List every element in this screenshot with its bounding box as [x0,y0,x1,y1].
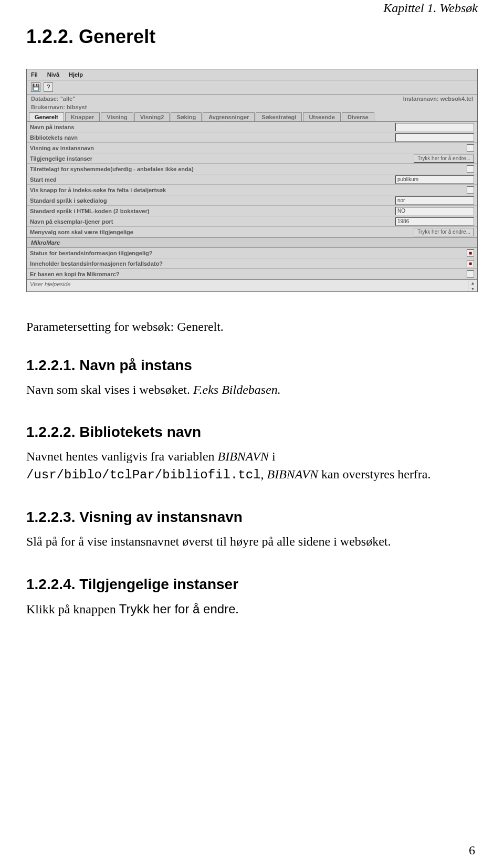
para-1-2-2-4: Klikk på knappen Trykk her for å endre. [26,600,478,619]
page-number: 6 [469,843,475,857]
row-label: Er basen en kopi fra Mikromarc? [30,271,463,277]
menu-fil[interactable]: Fil [31,71,38,78]
row-bibliotekets-navn: Bibliotekets navn [27,132,477,143]
row-visning-instansnavn: Visning av instansnavn [27,143,477,153]
para-1-2-2-1: Navn som skal vises i websøket. F.eks Bi… [26,381,478,399]
sprak-html-input[interactable]: NO [395,207,474,215]
row-sprak-sokedialog: Standard språk i søkedialog nor [27,195,477,206]
page-title: 1.2.2. Generelt [26,26,478,48]
row-tilgjengelige-instanser: Tilgjengelige instanser Trykk her for å … [27,153,477,164]
var-bibnavn: BIBNAVN [218,449,269,463]
form-area: Navn på instans Bibliotekets navn Visnin… [27,121,477,279]
row-label: Status for bestandsinformasjon tilgjenge… [30,250,463,256]
statusbar: Viser hjelpeside ▴ ▾ [27,279,477,291]
visning-instansnavn-check[interactable] [467,144,474,152]
chapter-header: Kapittel 1. Websøk [26,0,478,15]
brukernavn-label: Brukernavn: bibsyst [31,104,87,110]
app-screenshot: Fil Nivå Hjelp 💾 ? Database: "alle" Inst… [26,69,478,292]
example-text: F.eks Bildebasen. [193,383,281,396]
menu-hjelp[interactable]: Hjelp [69,71,83,78]
var-bibnavn-2: BIBNAVN [267,467,318,481]
heading-1-2-2-3: 1.2.2.3. Visning av instansnavn [26,509,478,526]
tab-sokestrategi[interactable]: Søkestrategi [256,112,302,121]
status-message: Viser hjelpeside [27,280,468,291]
scrollbar[interactable]: ▴ ▾ [468,280,477,291]
text: Navn som skal vises i websøket. [26,383,193,396]
tilgjengelige-instanser-button[interactable]: Trykk her for å endre... [414,154,474,163]
section-mikromarc: MikroMarc [27,237,477,248]
row-label: Vis knapp for å indeks-søke fra felta i … [30,187,463,193]
tab-utseende[interactable]: Utseende [303,112,341,121]
row-label: Navn på instans [30,124,395,130]
path-text: /usr/biblo/tclPar/bibliofil.tcl [26,468,260,482]
row-sprak-html: Standard språk i HTML-koden (2 bokstaver… [27,206,477,216]
forfallsdato-check[interactable]: ■ [467,260,474,267]
tab-diverse[interactable]: Diverse [342,112,374,121]
sprak-sokedialog-input[interactable]: nor [395,196,474,205]
intro-text: Parametersetting for websøk: Generelt. [26,318,478,336]
tab-avgrensninger[interactable]: Avgrensninger [203,112,255,121]
tab-visning[interactable]: Visning [101,112,133,121]
row-vis-knapp-indeks: Vis knapp for å indeks-søke fra felta i … [27,185,477,195]
row-eksemplar-port: Navn på eksemplar-tjener port 1986 [27,216,477,227]
section-tilgjengelige-instanser: 1.2.2.4. Tilgjengelige instanser Klikk p… [26,576,478,619]
row-label: Visning av instansnavn [30,145,463,151]
menyvalg-button[interactable]: Trykk her for å endre... [414,228,474,236]
row-label: Navn på eksemplar-tjener port [30,218,395,225]
row-start-med: Start med publikum [27,174,477,185]
eksemplar-port-input[interactable]: 1986 [395,217,474,226]
text: . [235,602,238,616]
row-forfallsdato: Inneholder bestandsinformasjonen forfall… [27,258,477,269]
tab-knapper[interactable]: Knapper [65,112,100,121]
row-label: Inneholder bestandsinformasjonen forfall… [30,260,463,267]
text: i [269,449,276,463]
section-visning-instansnavn: 1.2.2.3. Visning av instansnavn Slå på f… [26,509,478,551]
row-synshemmede: Tilrettelagt for synshemmede(uferdig - a… [27,164,477,174]
vis-knapp-indeks-check[interactable] [467,186,474,194]
para-1-2-2-3: Slå på for å vise instansnavnet øverst t… [26,533,478,551]
row-label: Bibliotekets navn [30,134,395,141]
start-med-input[interactable]: publikum [395,175,474,184]
text: Navnet hentes vanligvis fra variablen [26,449,218,463]
heading-1-2-2-2: 1.2.2.2. Bibliotekets navn [26,424,478,441]
para-1-2-2-2: Navnet hentes vanligvis fra variablen BI… [26,448,478,484]
tab-soking[interactable]: Søking [171,112,202,121]
navn-instans-input[interactable] [395,123,474,131]
save-icon[interactable]: 💾 [31,82,40,92]
status-bestand-check[interactable]: ■ [467,249,474,257]
synshemmede-check[interactable] [467,165,474,173]
row-menyvalg: Menyvalg som skal være tilgjengelige Try… [27,227,477,237]
row-label: Standard språk i søkedialog [30,197,395,204]
tab-visning2[interactable]: Visning2 [134,112,170,121]
row-label: Menyvalg som skal være tilgjengelige [30,229,414,235]
menu-niva[interactable]: Nivå [47,71,59,78]
bibliotekets-navn-input[interactable] [395,133,474,142]
row-label: Tilrettelagt for synshemmede(uferdig - a… [30,166,463,172]
help-icon[interactable]: ? [44,82,53,92]
heading-1-2-2-1: 1.2.2.1. Navn på instans [26,357,478,374]
text: Klikk på knappen [26,602,119,616]
heading-1-2-2-4: 1.2.2.4. Tilgjengelige instanser [26,576,478,593]
instans-label: Instansnavn: websok4.tcl [403,96,473,102]
section-bibliotekets-navn: 1.2.2.2. Bibliotekets navn Navnet hentes… [26,424,478,484]
row-status-bestand: Status for bestandsinformasjon tilgjenge… [27,248,477,258]
database-label: Database: "alle" [31,96,75,102]
row-navn-instans: Navn på instans [27,122,477,132]
tabs: Generelt Knapper Visning Visning2 Søking… [27,111,477,121]
scroll-down-icon[interactable]: ▾ [471,286,474,291]
menubar: Fil Nivå Hjelp [27,69,477,80]
scroll-up-icon[interactable]: ▴ [471,280,474,286]
section-navn-instans: 1.2.2.1. Navn på instans Navn som skal v… [26,357,478,399]
infobar-user: Brukernavn: bibsyst [27,103,477,111]
row-label: Standard språk i HTML-koden (2 bokstaver… [30,208,395,214]
button-name-text: Trykk her for å endre [119,602,236,616]
text: , [260,467,267,481]
row-kopi-mikromarc: Er basen en kopi fra Mikromarc? [27,269,477,279]
text: kan overstyres herfra. [318,467,431,481]
row-label: Tilgjengelige instanser [30,155,414,162]
kopi-mikromarc-check[interactable] [467,270,474,278]
toolbar: 💾 ? [27,80,477,95]
tab-generelt[interactable]: Generelt [29,112,64,121]
row-label: Start med [30,176,395,183]
infobar: Database: "alle" Instansnavn: websok4.tc… [27,95,477,103]
